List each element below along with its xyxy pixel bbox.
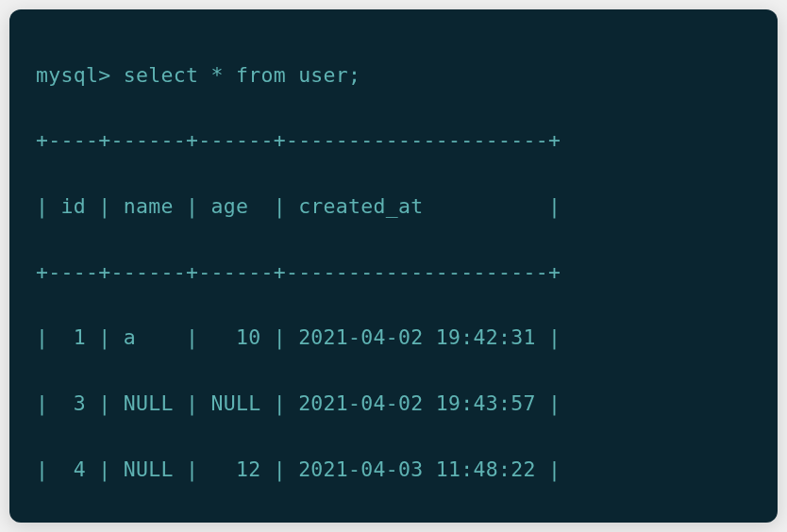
table-border: +----+------+------+--------------------… [36,125,751,158]
table-row: | 3 | NULL | NULL | 2021-04-02 19:43:57 … [36,388,751,421]
table-row: | 1 | a | 10 | 2021-04-02 19:42:31 | [36,322,751,355]
table-header: | id | name | age | created_at | [36,191,751,224]
table-border: +----+------+------+--------------------… [36,257,751,290]
table-row: | 4 | NULL | 12 | 2021-04-03 11:48:22 | [36,454,751,487]
table-border: +----+------+------+--------------------… [36,519,751,523]
mysql-terminal[interactable]: mysql> select * from user; +----+------+… [9,9,778,523]
query-line: mysql> select * from user; [36,59,751,92]
